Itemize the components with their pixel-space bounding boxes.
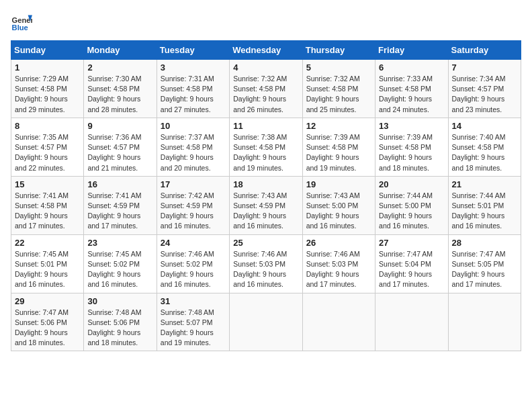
calendar-day-cell: 5 Sunrise: 7:32 AM Sunset: 4:58 PM Dayli… (302, 60, 375, 118)
day-info: Sunrise: 7:32 AM Sunset: 4:58 PM Dayligh… (306, 74, 371, 115)
calendar-day-cell: 18 Sunrise: 7:43 AM Sunset: 4:59 PM Dayl… (230, 176, 302, 234)
calendar-day-cell: 25 Sunrise: 7:46 AM Sunset: 5:03 PM Dayl… (230, 234, 302, 293)
calendar-day-cell: 14 Sunrise: 7:40 AM Sunset: 4:58 PM Dayl… (448, 118, 521, 176)
day-info: Sunrise: 7:47 AM Sunset: 5:06 PM Dayligh… (15, 308, 80, 349)
day-info: Sunrise: 7:38 AM Sunset: 4:58 PM Dayligh… (233, 132, 298, 173)
calendar-day-cell: 12 Sunrise: 7:39 AM Sunset: 4:58 PM Dayl… (302, 118, 375, 176)
logo: General Blue (11, 11, 32, 32)
day-info: Sunrise: 7:44 AM Sunset: 5:00 PM Dayligh… (379, 191, 444, 232)
day-info: Sunrise: 7:35 AM Sunset: 4:57 PM Dayligh… (15, 132, 80, 173)
day-number: 31 (161, 296, 226, 306)
day-number: 9 (87, 121, 152, 131)
column-header-friday: Friday (375, 41, 448, 60)
calendar-day-cell: 1 Sunrise: 7:29 AM Sunset: 4:58 PM Dayli… (11, 60, 84, 118)
day-number: 22 (15, 238, 80, 248)
day-info: Sunrise: 7:36 AM Sunset: 4:57 PM Dayligh… (87, 132, 152, 173)
calendar-day-cell: 19 Sunrise: 7:43 AM Sunset: 5:00 PM Dayl… (302, 176, 375, 234)
calendar-day-cell: 22 Sunrise: 7:45 AM Sunset: 5:01 PM Dayl… (11, 234, 84, 293)
day-info: Sunrise: 7:39 AM Sunset: 4:58 PM Dayligh… (379, 132, 444, 173)
day-info: Sunrise: 7:40 AM Sunset: 4:58 PM Dayligh… (452, 132, 517, 173)
calendar-day-cell: 24 Sunrise: 7:46 AM Sunset: 5:02 PM Dayl… (157, 234, 229, 293)
calendar-week-row: 8 Sunrise: 7:35 AM Sunset: 4:57 PM Dayli… (11, 118, 521, 176)
calendar-header-row: SundayMondayTuesdayWednesdayThursdayFrid… (11, 41, 521, 60)
day-info: Sunrise: 7:39 AM Sunset: 4:58 PM Dayligh… (306, 132, 371, 173)
calendar-day-cell: 3 Sunrise: 7:31 AM Sunset: 4:58 PM Dayli… (157, 60, 229, 118)
day-info: Sunrise: 7:48 AM Sunset: 5:07 PM Dayligh… (161, 308, 226, 349)
calendar-day-cell: 30 Sunrise: 7:48 AM Sunset: 5:06 PM Dayl… (84, 293, 157, 351)
column-header-thursday: Thursday (302, 41, 375, 60)
calendar-day-cell: 7 Sunrise: 7:34 AM Sunset: 4:57 PM Dayli… (448, 60, 521, 118)
day-number: 14 (452, 121, 517, 131)
day-info: Sunrise: 7:33 AM Sunset: 4:58 PM Dayligh… (379, 74, 444, 115)
day-info: Sunrise: 7:29 AM Sunset: 4:58 PM Dayligh… (15, 74, 80, 115)
calendar-day-cell: 13 Sunrise: 7:39 AM Sunset: 4:58 PM Dayl… (375, 118, 448, 176)
day-number: 18 (233, 179, 298, 189)
day-info: Sunrise: 7:32 AM Sunset: 4:58 PM Dayligh… (233, 74, 298, 115)
calendar-table: SundayMondayTuesdayWednesdayThursdayFrid… (11, 40, 521, 351)
day-number: 2 (87, 62, 152, 73)
calendar-week-row: 29 Sunrise: 7:47 AM Sunset: 5:06 PM Dayl… (11, 293, 521, 351)
day-info: Sunrise: 7:47 AM Sunset: 5:04 PM Dayligh… (379, 249, 444, 290)
day-info: Sunrise: 7:46 AM Sunset: 5:03 PM Dayligh… (306, 249, 371, 290)
day-number: 16 (87, 179, 152, 189)
day-number: 6 (379, 62, 444, 73)
page-header: General Blue (11, 11, 521, 32)
calendar-day-cell: 4 Sunrise: 7:32 AM Sunset: 4:58 PM Dayli… (230, 60, 302, 118)
day-info: Sunrise: 7:48 AM Sunset: 5:06 PM Dayligh… (87, 308, 152, 349)
calendar-body: 1 Sunrise: 7:29 AM Sunset: 4:58 PM Dayli… (11, 60, 521, 351)
calendar-day-cell: 15 Sunrise: 7:41 AM Sunset: 4:58 PM Dayl… (11, 176, 84, 234)
calendar-day-cell: 2 Sunrise: 7:30 AM Sunset: 4:58 PM Dayli… (84, 60, 157, 118)
calendar-day-cell: 31 Sunrise: 7:48 AM Sunset: 5:07 PM Dayl… (157, 293, 229, 351)
day-info: Sunrise: 7:31 AM Sunset: 4:58 PM Dayligh… (161, 74, 226, 115)
day-number: 8 (15, 121, 80, 131)
calendar-day-cell: 21 Sunrise: 7:44 AM Sunset: 5:01 PM Dayl… (448, 176, 521, 234)
calendar-week-row: 1 Sunrise: 7:29 AM Sunset: 4:58 PM Dayli… (11, 60, 521, 118)
day-number: 3 (161, 62, 226, 73)
day-number: 28 (452, 238, 517, 248)
day-number: 21 (452, 179, 517, 189)
calendar-week-row: 22 Sunrise: 7:45 AM Sunset: 5:01 PM Dayl… (11, 234, 521, 293)
calendar-day-cell: 23 Sunrise: 7:45 AM Sunset: 5:02 PM Dayl… (84, 234, 157, 293)
calendar-day-cell: 17 Sunrise: 7:42 AM Sunset: 4:59 PM Dayl… (157, 176, 229, 234)
day-info: Sunrise: 7:43 AM Sunset: 5:00 PM Dayligh… (306, 191, 371, 232)
day-info: Sunrise: 7:41 AM Sunset: 4:59 PM Dayligh… (87, 191, 152, 232)
day-info: Sunrise: 7:45 AM Sunset: 5:01 PM Dayligh… (15, 249, 80, 290)
day-info: Sunrise: 7:44 AM Sunset: 5:01 PM Dayligh… (452, 191, 517, 232)
day-number: 13 (379, 121, 444, 131)
calendar-day-cell: 29 Sunrise: 7:47 AM Sunset: 5:06 PM Dayl… (11, 293, 84, 351)
day-number: 26 (306, 238, 371, 248)
calendar-day-cell: 16 Sunrise: 7:41 AM Sunset: 4:59 PM Dayl… (84, 176, 157, 234)
calendar-day-cell (448, 293, 521, 351)
calendar-day-cell: 11 Sunrise: 7:38 AM Sunset: 4:58 PM Dayl… (230, 118, 302, 176)
day-info: Sunrise: 7:46 AM Sunset: 5:02 PM Dayligh… (161, 249, 226, 290)
day-info: Sunrise: 7:45 AM Sunset: 5:02 PM Dayligh… (87, 249, 152, 290)
calendar-day-cell: 9 Sunrise: 7:36 AM Sunset: 4:57 PM Dayli… (84, 118, 157, 176)
column-header-sunday: Sunday (11, 41, 84, 60)
day-info: Sunrise: 7:37 AM Sunset: 4:58 PM Dayligh… (161, 132, 226, 173)
day-number: 5 (306, 62, 371, 73)
day-info: Sunrise: 7:34 AM Sunset: 4:57 PM Dayligh… (452, 74, 517, 115)
day-info: Sunrise: 7:46 AM Sunset: 5:03 PM Dayligh… (233, 249, 298, 290)
day-number: 23 (87, 238, 152, 248)
calendar-day-cell (302, 293, 375, 351)
day-info: Sunrise: 7:30 AM Sunset: 4:58 PM Dayligh… (87, 74, 152, 115)
day-info: Sunrise: 7:42 AM Sunset: 4:59 PM Dayligh… (161, 191, 226, 232)
day-number: 25 (233, 238, 298, 248)
calendar-day-cell: 6 Sunrise: 7:33 AM Sunset: 4:58 PM Dayli… (375, 60, 448, 118)
calendar-day-cell (230, 293, 302, 351)
day-number: 30 (87, 296, 152, 306)
day-number: 29 (15, 296, 80, 306)
column-header-tuesday: Tuesday (157, 41, 229, 60)
calendar-day-cell: 27 Sunrise: 7:47 AM Sunset: 5:04 PM Dayl… (375, 234, 448, 293)
calendar-day-cell: 26 Sunrise: 7:46 AM Sunset: 5:03 PM Dayl… (302, 234, 375, 293)
day-number: 7 (452, 62, 517, 73)
column-header-saturday: Saturday (448, 41, 521, 60)
day-info: Sunrise: 7:43 AM Sunset: 4:59 PM Dayligh… (233, 191, 298, 232)
calendar-day-cell: 10 Sunrise: 7:37 AM Sunset: 4:58 PM Dayl… (157, 118, 229, 176)
day-number: 19 (306, 179, 371, 189)
calendar-day-cell: 28 Sunrise: 7:47 AM Sunset: 5:05 PM Dayl… (448, 234, 521, 293)
day-number: 15 (15, 179, 80, 189)
day-number: 11 (233, 121, 298, 131)
day-number: 4 (233, 62, 298, 73)
calendar-day-cell: 8 Sunrise: 7:35 AM Sunset: 4:57 PM Dayli… (11, 118, 84, 176)
